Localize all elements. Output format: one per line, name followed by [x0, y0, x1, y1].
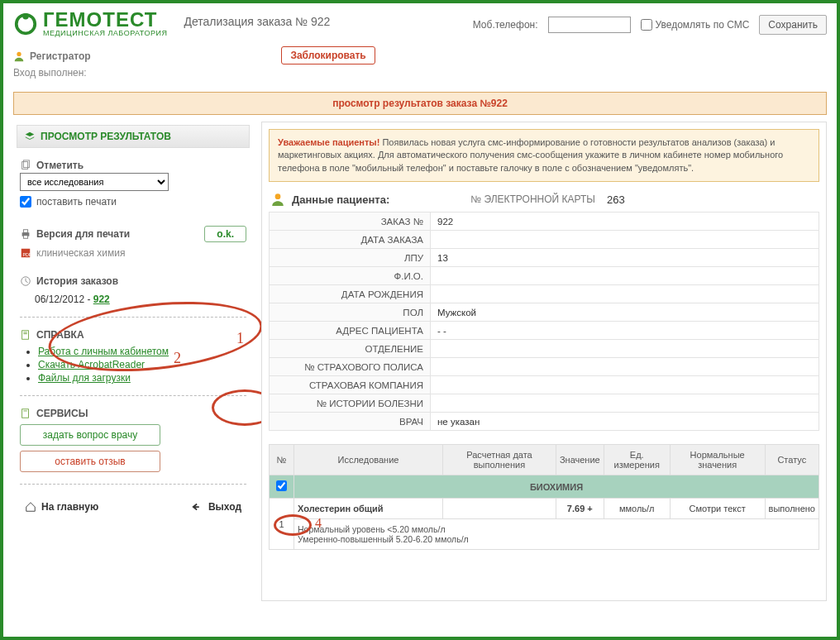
- test-status: выполнено: [765, 499, 819, 519]
- stamp-checkbox[interactable]: поставить печати: [20, 196, 246, 208]
- sidebar-results-head: ПРОСМОТР РЕЗУЛЬТАТОВ: [17, 125, 250, 148]
- detail-key: Ф.И.О.: [270, 267, 431, 285]
- registrator-label: Регистратор: [30, 50, 91, 62]
- services-head: СЕРВИСЫ: [20, 408, 246, 419]
- home-link[interactable]: На главную: [25, 501, 98, 513]
- leave-review-button[interactable]: оставить отзыв: [20, 451, 160, 472]
- svg-point-2: [17, 52, 21, 56]
- logo: ГЕМОТЕСТ МЕДИЦИНСКАЯ ЛАБОРАТОРИЯ: [13, 10, 167, 37]
- detail-value: [431, 340, 819, 358]
- annotation-4: 4: [315, 516, 322, 531]
- svg-point-1: [22, 12, 29, 19]
- group-checkbox[interactable]: [276, 480, 287, 491]
- test-date: [443, 499, 556, 519]
- spravka-head: СПРАВКА: [20, 329, 246, 341]
- copy-icon: [20, 160, 31, 171]
- detail-key: ВРАЧ: [270, 413, 431, 431]
- svg-text:PDF: PDF: [23, 252, 32, 257]
- notice-box: Уважаемые пациенты! Появилась новая услу…: [269, 129, 819, 182]
- svg-rect-13: [23, 333, 26, 334]
- svg-rect-12: [23, 332, 26, 333]
- detail-value: - -: [431, 322, 819, 340]
- printer-icon: [20, 228, 31, 240]
- detail-key: ЗАКАЗ №: [270, 213, 431, 231]
- test-unit: ммоль/л: [604, 499, 670, 519]
- notice-title: Уважаемые пациенты!: [278, 137, 379, 147]
- norms-text: Нормальный уровень <5.20 ммоль/л Умеренн…: [294, 519, 819, 550]
- patient-icon: [270, 192, 285, 207]
- ok-button[interactable]: o.k.: [204, 226, 246, 242]
- doc-icon: [20, 408, 31, 419]
- results-header: №: [270, 445, 294, 475]
- mark-select[interactable]: все исследования: [20, 173, 169, 191]
- detail-value: [431, 394, 819, 413]
- logo-sub: МЕДИЦИНСКАЯ ЛАБОРАТОРИЯ: [43, 30, 167, 37]
- svg-rect-7: [23, 236, 27, 239]
- home-icon: [25, 501, 36, 513]
- results-banner: просмотр результатов заказа №922: [13, 92, 827, 115]
- results-header: Исследование: [294, 445, 443, 475]
- results-header: Расчетная дата выполнения: [443, 445, 556, 475]
- clock-icon: [20, 275, 31, 287]
- patient-label: Данные пациента:: [292, 193, 389, 206]
- ecard-label: № ЭЛЕКТРОННОЙ КАРТЫ: [470, 193, 595, 205]
- results-header: Значение: [556, 445, 604, 475]
- print-version-label: Версия для печати: [20, 228, 130, 240]
- patient-details-table: ЗАКАЗ №922ДАТА ЗАКАЗАЛПУ13Ф.И.О.ДАТА РОЖ…: [269, 212, 819, 431]
- order-title: Детализация заказа № 922: [184, 15, 456, 28]
- exit-link[interactable]: Выход: [192, 501, 241, 513]
- doc-icon: [20, 329, 31, 341]
- group-name: БИОХИМИЯ: [294, 475, 819, 499]
- notify-sms-checkbox[interactable]: Уведомлять по СМС: [641, 19, 750, 31]
- mobile-label: Моб.телефон:: [473, 19, 538, 31]
- detail-key: ОТДЕЛЕНИЕ: [270, 340, 431, 358]
- row-num: 1: [270, 499, 294, 550]
- results-header: Ед. измерения: [604, 445, 670, 475]
- results-header: Нормальные значения: [670, 445, 765, 475]
- detail-key: № СТРАХОВОГО ПОЛИСА: [270, 358, 431, 376]
- detail-value: Мужской: [431, 303, 819, 322]
- spravka-link-0[interactable]: Работа с личным кабинетом: [38, 346, 169, 357]
- history-date: 06/12/2012 -: [35, 294, 90, 305]
- mobile-input[interactable]: [548, 17, 631, 33]
- user-icon: [13, 50, 25, 62]
- detail-value: [431, 231, 819, 249]
- stack-icon: [24, 131, 36, 142]
- detail-value: [431, 358, 819, 376]
- spravka-link-2[interactable]: Файлы для загрузки: [38, 372, 131, 384]
- svg-rect-6: [23, 230, 27, 233]
- detail-value: 922: [431, 213, 819, 231]
- detail-value: [431, 285, 819, 303]
- detail-key: ЛПУ: [270, 249, 431, 267]
- pdf-link[interactable]: клиническая химия: [36, 247, 126, 259]
- stamp-input[interactable]: [20, 196, 31, 208]
- detail-value: [431, 376, 819, 394]
- detail-key: АДРЕС ПАЦИЕНТА: [270, 322, 431, 340]
- login-status: Вход выполнен:: [13, 67, 167, 79]
- detail-key: СТРАХОВАЯ КОМПАНИЯ: [270, 376, 431, 394]
- svg-rect-11: [22, 331, 29, 340]
- save-button[interactable]: Сохранить: [759, 15, 827, 35]
- detail-key: ДАТА ЗАКАЗА: [270, 231, 431, 249]
- notify-sms-label: Уведомлять по СМС: [656, 19, 750, 31]
- ask-doctor-button[interactable]: задать вопрос врачу: [20, 424, 160, 446]
- logo-icon: [13, 12, 38, 36]
- results-table: №ИсследованиеРасчетная дата выполненияЗн…: [269, 444, 819, 550]
- exit-icon: [192, 501, 203, 513]
- mark-label: Отметить: [20, 160, 246, 171]
- block-button[interactable]: Заблокировать: [281, 46, 375, 64]
- notify-sms-input[interactable]: [641, 19, 652, 31]
- detail-key: № ИСТОРИИ БОЛЕЗНИ: [270, 394, 431, 413]
- logo-name: ГЕМОТЕСТ: [43, 10, 167, 30]
- svg-point-16: [275, 193, 281, 199]
- order-history-label: История заказов: [20, 275, 246, 287]
- detail-key: ПОЛ: [270, 303, 431, 322]
- detail-key: ДАТА РОЖДЕНИЯ: [270, 285, 431, 303]
- ecard-value: 263: [607, 193, 625, 206]
- detail-value: не указан: [431, 413, 819, 431]
- detail-value: 13: [431, 249, 819, 267]
- svg-rect-14: [22, 409, 29, 418]
- spravka-link-1[interactable]: Скачать AcrobatReader: [38, 359, 145, 370]
- history-order-link[interactable]: 922: [93, 294, 110, 305]
- results-header: Статус: [765, 445, 819, 475]
